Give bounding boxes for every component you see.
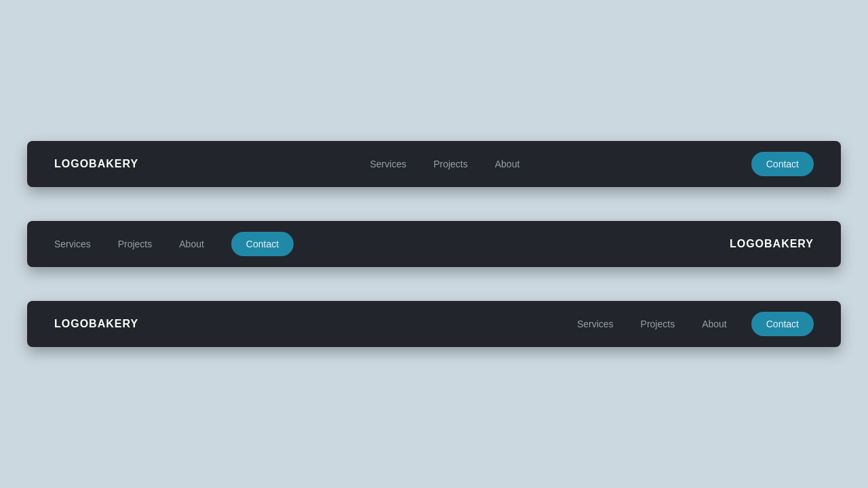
right-group-3: Services Projects About Contact — [577, 312, 814, 336]
nav-services-3[interactable]: Services — [577, 319, 614, 329]
logo-3: LOGOBAKERY — [54, 318, 138, 330]
navbar-1: LOGOBAKERY Services Projects About Conta… — [27, 141, 841, 187]
contact-button-1[interactable]: Contact — [751, 152, 814, 176]
contact-button-2[interactable]: Contact — [231, 232, 294, 256]
nav-links-3: Services Projects About — [577, 319, 727, 329]
nav-links-1: Services Projects About — [370, 159, 519, 169]
nav-links-2: Services Projects About Contact — [54, 232, 294, 256]
nav-about-1[interactable]: About — [495, 159, 520, 169]
navbar-2: Services Projects About Contact LOGOBAKE… — [27, 221, 841, 267]
nav-projects-2[interactable]: Projects — [118, 239, 153, 249]
logo-2: LOGOBAKERY — [730, 238, 814, 250]
navbar-3: LOGOBAKERY Services Projects About Conta… — [27, 301, 841, 347]
nav-projects-3[interactable]: Projects — [641, 319, 675, 329]
nav-about-2[interactable]: About — [179, 239, 204, 249]
contact-button-3[interactable]: Contact — [751, 312, 814, 336]
nav-about-3[interactable]: About — [702, 319, 727, 329]
nav-services-1[interactable]: Services — [370, 159, 406, 169]
nav-projects-1[interactable]: Projects — [433, 159, 468, 169]
nav-services-2[interactable]: Services — [54, 239, 91, 249]
logo-1: LOGOBAKERY — [54, 158, 138, 170]
